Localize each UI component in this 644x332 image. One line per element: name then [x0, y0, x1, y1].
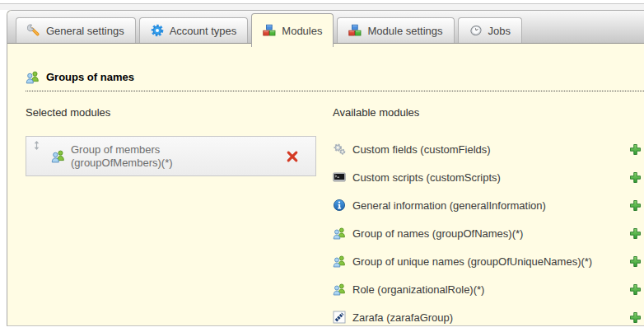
add-module-button[interactable]	[629, 171, 642, 184]
group-icon	[333, 283, 346, 296]
group-icon	[51, 149, 65, 163]
tab-modules[interactable]: Modules	[251, 13, 334, 47]
list-item: Custom scripts (customScripts)	[333, 163, 642, 191]
modules-tab-content: Groups of names Selected modules Group o…	[7, 70, 644, 331]
modules-icon	[263, 24, 276, 37]
tab-general-settings[interactable]: General settings	[16, 17, 136, 43]
info-icon	[333, 199, 346, 212]
add-module-button[interactable]	[629, 143, 642, 156]
modules-icon	[348, 24, 362, 37]
gear-icon	[151, 24, 164, 37]
add-module-button[interactable]	[629, 227, 642, 240]
clock-icon	[469, 24, 483, 37]
tab-label: General settings	[46, 25, 124, 37]
sort-handle-icon[interactable]	[33, 140, 40, 151]
list-item: Group of names (groupOfNames)(*)	[333, 219, 642, 247]
module-name: Group of names (groupOfNames)(*)	[352, 227, 523, 240]
tab-jobs[interactable]: Jobs	[458, 17, 522, 43]
group-icon	[26, 70, 40, 84]
available-modules-label: Available modules	[333, 106, 642, 119]
modules-columns: Selected modules Group of members (group…	[26, 106, 644, 331]
section-title: Groups of names	[46, 71, 134, 83]
tab-account-types[interactable]: Account types	[139, 17, 249, 43]
available-modules-column: Available modules Custom fields (customF…	[333, 106, 642, 331]
add-module-button[interactable]	[629, 255, 642, 268]
group-icon	[333, 227, 346, 240]
tab-label: Module settings	[367, 25, 442, 37]
list-item: Role (organizationalRole)(*)	[333, 275, 642, 303]
wrench-icon	[27, 24, 40, 37]
module-name: Custom fields (customFields)	[352, 143, 491, 156]
list-item: Group of unique names (groupOfUniqueName…	[333, 247, 642, 275]
group-icon	[333, 255, 346, 268]
remove-module-button[interactable]	[286, 150, 299, 163]
list-item: Custom fields (customFields)	[333, 135, 642, 163]
selected-modules-label: Selected modules	[26, 106, 333, 119]
selected-module-item[interactable]: Group of members (groupOfMembers)(*)	[26, 136, 316, 176]
module-name: Group of unique names (groupOfUniqueName…	[352, 255, 592, 268]
list-item: Zarafa (zarafaGroup)	[333, 303, 642, 331]
selected-module-name: Group of members (groupOfMembers)(*)	[71, 143, 223, 170]
server-profile-panel: General settings Account types Modules M…	[7, 10, 644, 326]
add-module-button[interactable]	[629, 199, 642, 212]
available-modules-list: Custom fields (customFields) Custom scri…	[333, 135, 642, 331]
add-module-button[interactable]	[629, 283, 642, 296]
tab-label: Account types	[170, 25, 237, 37]
zarafa-icon	[333, 311, 346, 324]
module-name: Role (organizationalRole)(*)	[352, 283, 484, 296]
list-item: General information (generalInformation)	[333, 191, 642, 219]
tab-module-settings[interactable]: Module settings	[337, 17, 454, 43]
selected-modules-column: Selected modules Group of members (group…	[26, 106, 333, 331]
top-band	[0, 4, 644, 10]
tab-bar: General settings Account types Modules M…	[7, 11, 644, 44]
tab-label: Jobs	[488, 25, 511, 37]
gears-icon	[333, 143, 346, 156]
tab-label: Modules	[282, 25, 322, 37]
section-heading: Groups of names	[26, 70, 644, 91]
terminal-icon	[333, 171, 346, 184]
module-name: Custom scripts (customScripts)	[352, 171, 501, 184]
module-name: Zarafa (zarafaGroup)	[352, 311, 453, 324]
module-name: General information (generalInformation)	[352, 199, 546, 212]
add-module-button[interactable]	[629, 311, 642, 324]
